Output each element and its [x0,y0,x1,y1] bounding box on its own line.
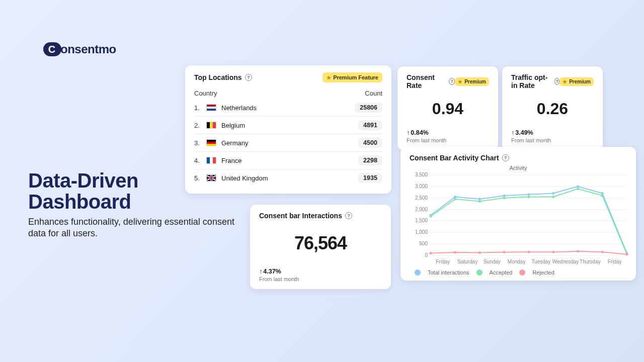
location-name: France [221,157,242,164]
svg-point-31 [601,192,604,195]
location-rank: 3. [194,139,201,147]
arrow-up-icon: ↑ [259,268,262,275]
logo-mark-icon: C [43,42,61,56]
chart-inner-title: Activity [410,165,627,171]
activity-line-chart: 3,5003,0002,5002,0001,5001,0005000Friday… [410,172,631,267]
traffic-rate-title: Traffic opt-in Rate [511,73,551,89]
premium-badge: ★ Premium [455,77,489,86]
svg-point-28 [528,193,530,196]
svg-text:Thursday: Thursday [580,259,601,264]
location-count: 2298 [358,155,382,165]
svg-text:Sunday: Sunday [484,259,501,264]
svg-point-36 [503,197,506,199]
svg-text:0: 0 [425,252,428,258]
svg-point-29 [552,192,554,195]
svg-text:2,500: 2,500 [415,195,428,201]
location-row: 5.United Kingdom1935 [194,169,382,187]
star-icon: ★ [562,79,567,84]
svg-point-44 [478,251,481,254]
svg-point-47 [552,251,554,253]
arrow-up-icon: ↑ [511,129,514,136]
help-icon[interactable]: ? [449,78,455,85]
svg-text:Saturday: Saturday [457,259,477,264]
arrow-up-icon: ↑ [407,129,410,136]
legend-total: Total interactions [428,269,469,276]
help-icon[interactable]: ? [345,212,352,219]
svg-point-38 [552,196,554,198]
traffic-rate-card: Traffic opt-in Rate ? ★ Premium 0.26 ↑3.… [502,66,603,150]
location-count: 25806 [355,103,382,113]
flag-nl-icon [206,104,216,111]
flag-de-icon [206,139,216,146]
svg-point-39 [577,188,579,190]
svg-point-50 [626,253,628,255]
col-count-header: Count [365,89,382,97]
svg-text:500: 500 [419,241,428,246]
flag-fr-icon [206,157,216,164]
svg-text:2,000: 2,000 [415,207,428,212]
traffic-rate-sub: From last month [511,137,594,143]
svg-text:Wednesday: Wednesday [552,259,579,264]
activity-chart-card: Consent Bar Activity Chart ? Activity 3,… [400,147,636,281]
legend-accepted: Accepted [490,269,513,276]
svg-point-48 [577,250,579,252]
brand-logo: C onsentmo [43,42,116,56]
location-row: 2.Belgium4891 [194,117,382,134]
interactions-title: Consent bar Interactions [259,212,342,220]
interactions-sub: From last month [259,276,382,282]
location-row: 4.France2298 [194,152,382,169]
svg-point-27 [503,195,506,197]
location-row: 3.Germany4500 [194,134,382,152]
location-name: United Kingdom [221,174,268,182]
svg-point-42 [430,252,432,254]
traffic-rate-value: 0.26 [511,100,594,118]
legend-dot-accepted-icon [476,269,482,276]
help-icon[interactable]: ? [554,78,559,85]
star-icon: ★ [327,75,331,80]
star-icon: ★ [458,79,462,84]
svg-text:Tuesday: Tuesday [531,259,550,264]
svg-text:3,000: 3,000 [415,184,428,189]
interactions-value: 76,564 [259,233,382,254]
flag-uk-icon [206,174,216,182]
interactions-card: Consent bar Interactions ? 76,564 ↑4.37%… [250,205,391,289]
legend-dot-rejected-icon [519,269,525,276]
consent-rate-title: Consent Rate [407,73,446,89]
svg-point-40 [601,195,604,197]
svg-point-45 [503,251,506,253]
help-icon[interactable]: ? [502,154,509,161]
svg-text:Friday: Friday [436,259,450,264]
top-locations-card: Top Locations ? ★ Premium Feature Countr… [185,65,391,194]
legend-dot-total-icon [415,269,421,276]
premium-label: Premium [569,79,591,84]
svg-point-49 [601,251,604,253]
premium-feature-badge: ★ Premium Feature [323,72,382,82]
svg-text:Monday: Monday [508,259,526,264]
consent-rate-delta: ↑0.84% [407,129,489,136]
svg-point-25 [454,196,456,198]
col-country-header: Country [194,89,217,97]
consent-rate-value: 0.94 [407,100,489,118]
svg-point-33 [430,215,432,218]
premium-label: Premium [464,79,486,84]
location-rank: 2. [194,122,201,129]
help-icon[interactable]: ? [245,74,252,81]
svg-point-35 [478,200,481,203]
activity-chart-title: Consent Bar Activity Chart [410,154,499,162]
location-rank: 4. [194,157,201,164]
location-rank: 1. [194,104,201,112]
location-rank: 5. [194,174,201,182]
location-count: 4891 [358,120,382,130]
svg-point-34 [454,198,456,201]
svg-point-26 [478,198,481,201]
top-locations-title: Top Locations [194,73,242,81]
location-count: 4500 [358,138,382,148]
premium-badge: ★ Premium [559,77,594,86]
page-subtitle: Enhances functionality, delivering essen… [28,216,245,240]
svg-point-43 [454,251,456,254]
interactions-delta: ↑4.37% [259,268,382,275]
svg-text:1,000: 1,000 [415,229,428,235]
premium-feature-label: Premium Feature [333,74,378,80]
location-name: Netherlands [221,104,257,112]
svg-text:Friday: Friday [608,259,622,264]
